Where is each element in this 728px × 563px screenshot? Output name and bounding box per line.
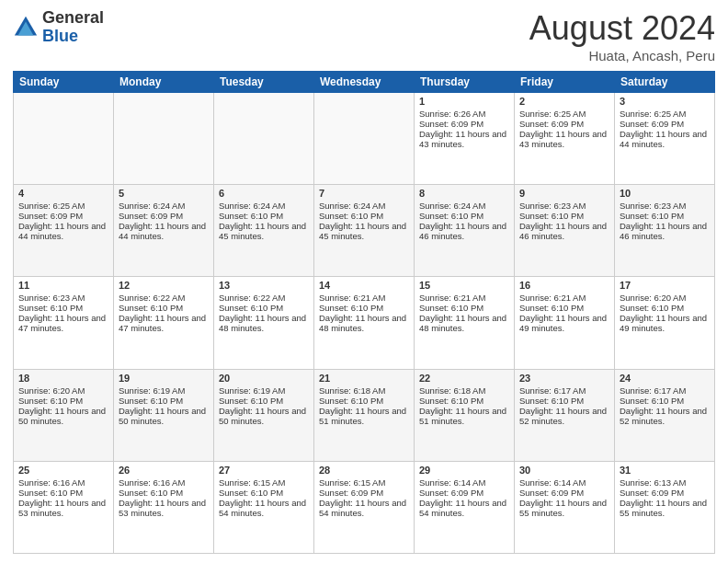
day-of-week-monday: Monday — [114, 72, 214, 93]
calendar-cell: 24Sunrise: 6:17 AMSunset: 6:10 PMDayligh… — [615, 369, 715, 461]
day-info: Daylight: 11 hours and 50 minutes. — [18, 406, 108, 426]
day-info: Sunset: 6:10 PM — [419, 211, 509, 221]
day-info: Sunrise: 6:15 AM — [319, 477, 409, 488]
day-number: 20 — [219, 373, 309, 384]
day-info: Sunset: 6:10 PM — [620, 396, 710, 406]
day-info: Sunset: 6:09 PM — [620, 488, 710, 498]
title-block: August 2024 Huata, Ancash, Peru — [529, 9, 715, 63]
calendar-cell — [114, 93, 214, 185]
day-info: Sunrise: 6:18 AM — [419, 385, 509, 396]
calendar-cell: 16Sunrise: 6:21 AMSunset: 6:10 PMDayligh… — [515, 277, 615, 369]
day-info: Sunset: 6:10 PM — [18, 303, 108, 313]
header-row: SundayMondayTuesdayWednesdayThursdayFrid… — [14, 72, 715, 93]
day-info: Sunset: 6:09 PM — [620, 119, 710, 129]
week-row-0: 1Sunrise: 6:26 AMSunset: 6:09 PMDaylight… — [14, 93, 715, 185]
day-info: Sunset: 6:09 PM — [18, 211, 108, 221]
calendar-body: 1Sunrise: 6:26 AMSunset: 6:09 PMDaylight… — [14, 93, 715, 554]
day-number: 10 — [620, 188, 710, 199]
day-number: 25 — [18, 465, 108, 476]
day-info: Sunrise: 6:20 AM — [18, 385, 108, 396]
day-number: 27 — [219, 465, 309, 476]
day-number: 31 — [620, 465, 710, 476]
day-info: Daylight: 11 hours and 45 minutes. — [219, 221, 309, 241]
calendar-cell: 3Sunrise: 6:25 AMSunset: 6:09 PMDaylight… — [615, 93, 715, 185]
calendar-cell: 20Sunrise: 6:19 AMSunset: 6:10 PMDayligh… — [214, 369, 314, 461]
day-number: 22 — [419, 373, 509, 384]
calendar-cell: 10Sunrise: 6:23 AMSunset: 6:10 PMDayligh… — [615, 185, 715, 277]
calendar-cell — [14, 93, 114, 185]
logo-blue: Blue — [42, 27, 78, 45]
calendar-cell: 30Sunrise: 6:14 AMSunset: 6:09 PMDayligh… — [515, 461, 615, 553]
day-info: Sunrise: 6:25 AM — [620, 109, 710, 119]
day-number: 23 — [519, 373, 609, 384]
day-number: 29 — [419, 465, 509, 476]
day-info: Sunrise: 6:22 AM — [219, 293, 309, 303]
day-info: Sunset: 6:09 PM — [419, 488, 509, 498]
day-info: Daylight: 11 hours and 46 minutes. — [519, 221, 609, 241]
day-info: Sunset: 6:10 PM — [219, 211, 309, 221]
calendar-cell: 11Sunrise: 6:23 AMSunset: 6:10 PMDayligh… — [14, 277, 114, 369]
calendar-cell: 18Sunrise: 6:20 AMSunset: 6:10 PMDayligh… — [14, 369, 114, 461]
day-info: Sunrise: 6:14 AM — [419, 477, 509, 488]
day-info: Sunrise: 6:23 AM — [18, 293, 108, 303]
day-info: Sunset: 6:10 PM — [119, 303, 209, 313]
calendar-cell: 22Sunrise: 6:18 AMSunset: 6:10 PMDayligh… — [415, 369, 515, 461]
day-number: 7 — [319, 188, 409, 199]
day-info: Daylight: 11 hours and 43 minutes. — [419, 129, 509, 149]
calendar: SundayMondayTuesdayWednesdayThursdayFrid… — [13, 71, 715, 554]
day-info: Sunset: 6:10 PM — [620, 211, 710, 221]
calendar-cell: 17Sunrise: 6:20 AMSunset: 6:10 PMDayligh… — [615, 277, 715, 369]
day-info: Daylight: 11 hours and 52 minutes. — [519, 406, 609, 426]
day-number: 21 — [319, 373, 409, 384]
day-info: Sunrise: 6:25 AM — [519, 109, 609, 119]
calendar-cell: 31Sunrise: 6:13 AMSunset: 6:09 PMDayligh… — [615, 461, 715, 553]
day-of-week-wednesday: Wednesday — [314, 72, 415, 93]
day-info: Daylight: 11 hours and 47 minutes. — [18, 313, 108, 333]
day-number: 8 — [419, 188, 509, 199]
day-number: 5 — [119, 188, 209, 199]
day-info: Sunrise: 6:23 AM — [519, 201, 609, 211]
day-info: Daylight: 11 hours and 54 minutes. — [219, 498, 309, 518]
calendar-cell: 21Sunrise: 6:18 AMSunset: 6:10 PMDayligh… — [314, 369, 415, 461]
calendar-cell: 9Sunrise: 6:23 AMSunset: 6:10 PMDaylight… — [515, 185, 615, 277]
day-info: Sunset: 6:10 PM — [519, 303, 609, 313]
day-info: Daylight: 11 hours and 51 minutes. — [419, 406, 509, 426]
calendar-cell: 5Sunrise: 6:24 AMSunset: 6:09 PMDaylight… — [114, 185, 214, 277]
header: General Blue August 2024 Huata, Ancash, … — [13, 9, 715, 63]
day-info: Sunset: 6:10 PM — [519, 211, 609, 221]
day-of-week-sunday: Sunday — [14, 72, 114, 93]
week-row-1: 4Sunrise: 6:25 AMSunset: 6:09 PMDaylight… — [14, 185, 715, 277]
calendar-cell: 15Sunrise: 6:21 AMSunset: 6:10 PMDayligh… — [415, 277, 515, 369]
day-number: 19 — [119, 373, 209, 384]
day-number: 4 — [18, 188, 108, 199]
day-info: Daylight: 11 hours and 52 minutes. — [620, 406, 710, 426]
day-info: Sunrise: 6:24 AM — [219, 201, 309, 211]
day-info: Daylight: 11 hours and 45 minutes. — [319, 221, 409, 241]
day-info: Sunrise: 6:19 AM — [119, 385, 209, 396]
day-of-week-thursday: Thursday — [415, 72, 515, 93]
calendar-cell: 28Sunrise: 6:15 AMSunset: 6:09 PMDayligh… — [314, 461, 415, 553]
week-row-2: 11Sunrise: 6:23 AMSunset: 6:10 PMDayligh… — [14, 277, 715, 369]
day-info: Sunset: 6:09 PM — [519, 119, 609, 129]
day-info: Sunrise: 6:13 AM — [620, 477, 710, 488]
day-number: 30 — [519, 465, 609, 476]
day-number: 14 — [319, 280, 409, 291]
calendar-cell: 13Sunrise: 6:22 AMSunset: 6:10 PMDayligh… — [214, 277, 314, 369]
day-number: 18 — [18, 373, 108, 384]
calendar-cell: 23Sunrise: 6:17 AMSunset: 6:10 PMDayligh… — [515, 369, 615, 461]
day-info: Sunrise: 6:24 AM — [419, 201, 509, 211]
day-info: Daylight: 11 hours and 46 minutes. — [419, 221, 509, 241]
day-info: Sunrise: 6:16 AM — [119, 477, 209, 488]
calendar-cell — [314, 93, 415, 185]
day-info: Sunrise: 6:15 AM — [219, 477, 309, 488]
calendar-cell: 12Sunrise: 6:22 AMSunset: 6:10 PMDayligh… — [114, 277, 214, 369]
week-row-4: 25Sunrise: 6:16 AMSunset: 6:10 PMDayligh… — [14, 461, 715, 553]
day-info: Sunrise: 6:24 AM — [319, 201, 409, 211]
calendar-cell: 25Sunrise: 6:16 AMSunset: 6:10 PMDayligh… — [14, 461, 114, 553]
day-info: Daylight: 11 hours and 50 minutes. — [119, 406, 209, 426]
calendar-cell: 29Sunrise: 6:14 AMSunset: 6:09 PMDayligh… — [415, 461, 515, 553]
day-info: Sunset: 6:10 PM — [219, 396, 309, 406]
calendar-cell: 8Sunrise: 6:24 AMSunset: 6:10 PMDaylight… — [415, 185, 515, 277]
logo-icon — [13, 15, 39, 40]
calendar-cell: 4Sunrise: 6:25 AMSunset: 6:09 PMDaylight… — [14, 185, 114, 277]
